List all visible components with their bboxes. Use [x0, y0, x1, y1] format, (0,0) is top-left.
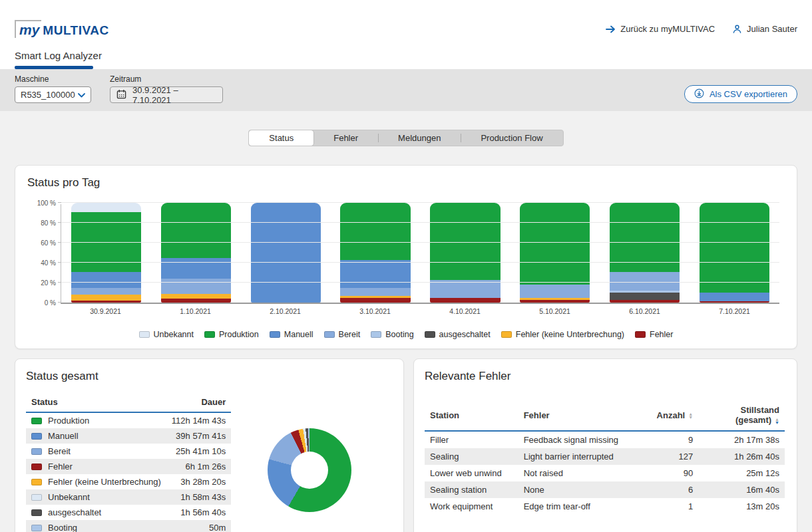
bar-segment-Manuell: [71, 272, 141, 288]
stacked-bar-7.10.2021[interactable]: [700, 203, 769, 303]
legend-label: Unbekannt: [154, 330, 194, 339]
status-swatch: [31, 479, 42, 485]
error-row: Lower web unwindNot raised9025m 12s: [425, 465, 785, 481]
sort-icons: ▲▼: [688, 412, 693, 419]
error-count: 1: [648, 498, 698, 515]
bar-segment-FehlerKU: [161, 294, 231, 299]
status-swatch: [31, 464, 42, 470]
gridline: [61, 262, 779, 263]
legend-item-ausgeschaltet: ausgeschaltet: [425, 330, 491, 339]
status-duration: 39h 57m 41s: [166, 428, 231, 444]
error-text: Edge trim tear-off: [518, 498, 648, 515]
relevant-errors-card: Relevante Fehler Station Fehler Anzahl▲▼…: [413, 358, 797, 532]
status-duration: 3h 28m 20s: [166, 474, 231, 489]
tab-production-flow[interactable]: Production Flow: [461, 130, 562, 146]
bars-row: [61, 204, 779, 303]
status-swatch: [31, 448, 42, 455]
stacked-bar-30.9.2021[interactable]: [71, 203, 141, 303]
error-col-header[interactable]: Fehler: [518, 402, 648, 431]
error-count: 9: [648, 431, 698, 448]
legend-swatch: [204, 331, 215, 338]
tab-status[interactable]: Status: [249, 130, 313, 146]
bar-segment-Manuell: [340, 260, 410, 288]
error-row: Work equipmentEdge trim tear-off113m 20s: [425, 498, 785, 515]
status-label: Fehler: [48, 462, 73, 471]
bar-segment-Produktion: [161, 203, 231, 258]
page-header: my MULTIVAC Zurück zu myMULTIVAC Julian …: [0, 0, 812, 69]
bar-segment-Fehler: [430, 298, 500, 303]
chart-legend: UnbekanntProduktionManuellBereitBootinga…: [27, 330, 785, 339]
legend-swatch: [501, 331, 512, 338]
status-duration: 50m: [166, 520, 231, 532]
user-menu[interactable]: Julian Sauter: [732, 24, 797, 34]
stacked-bar-3.10.2021[interactable]: [340, 203, 410, 303]
y-tick-label: 20 %: [41, 279, 56, 287]
back-to-mymultivac-link[interactable]: Zurück zu myMULTIVAC: [606, 24, 715, 34]
error-text: Not raised: [518, 465, 648, 481]
bar-segment-Bereit: [340, 288, 410, 296]
x-axis-labels: 30.9.20211.10.20212.10.20213.10.20214.10…: [61, 307, 779, 315]
stacked-bar-4.10.2021[interactable]: [430, 203, 500, 303]
bar-segment-Fehler: [700, 301, 769, 303]
downtime-col-header[interactable]: Stillstand (gesamt)▲▼: [698, 402, 785, 431]
legend-label: Booting: [385, 330, 413, 339]
stacked-bar-2.10.2021[interactable]: [251, 203, 321, 303]
bar-segment-FehlerKU: [71, 295, 141, 301]
error-count: 127: [648, 448, 698, 465]
legend-label: Fehler: [650, 330, 673, 339]
download-icon: [694, 88, 704, 100]
legend-swatch: [139, 331, 150, 338]
back-link-label: Zurück zu myMULTIVAC: [620, 24, 715, 34]
status-total-tbody: Produktion112h 14m 43sManuell39h 57m 41s…: [26, 412, 231, 532]
user-name: Julian Sauter: [747, 24, 797, 34]
bar-segment-Unbekannt: [71, 203, 141, 212]
bar-segment-ausgeschaltet: [610, 293, 680, 300]
period-picker[interactable]: 30.9.2021 – 7.10.2021: [110, 86, 223, 103]
error-text: Light barrier interrupted: [518, 448, 648, 465]
legend-swatch: [635, 331, 646, 338]
stacked-bar-5.10.2021[interactable]: [520, 203, 590, 303]
error-station: Work equipment: [425, 498, 518, 515]
legend-item-Booting: Booting: [371, 330, 413, 339]
y-tick-label: 80 %: [41, 219, 56, 227]
bar-segment-Fehler: [610, 300, 680, 303]
error-text: None: [518, 481, 648, 498]
main-content: StatusFehlerMeldungenProduction Flow Sta…: [0, 111, 812, 532]
machine-select[interactable]: R535_100000: [15, 86, 91, 103]
station-col-header[interactable]: Station: [425, 402, 518, 431]
status-total-card: Status gesamt Status Dauer Produktion112…: [15, 358, 404, 532]
bar-slot: [151, 204, 241, 303]
bar-segment-Fehler: [520, 300, 590, 303]
active-tab-indicator: [15, 66, 93, 69]
error-count: 90: [648, 465, 698, 481]
status-row-Booting: Booting50m: [26, 520, 231, 532]
mymultivac-logo: my MULTIVAC: [15, 20, 109, 38]
stacked-bar-6.10.2021[interactable]: [610, 203, 680, 303]
status-duration: 1h 56m 40s: [166, 505, 231, 520]
tab-fehler[interactable]: Fehler: [313, 130, 378, 146]
y-tick-label: 60 %: [41, 239, 56, 247]
app-tab-smart-log-analyzer[interactable]: Smart Log Analyzer: [15, 50, 102, 69]
stacked-bar-1.10.2021[interactable]: [161, 203, 231, 303]
view-tabs: StatusFehlerMeldungenProduction Flow: [248, 130, 563, 146]
gridline: [61, 202, 779, 203]
y-tick: [58, 242, 61, 243]
legend-item-Bereit: Bereit: [324, 330, 361, 339]
error-downtime: 25m 12s: [698, 465, 785, 481]
gridline: [61, 282, 779, 283]
status-swatch: [31, 418, 42, 424]
status-row-Manuell: Manuell39h 57m 41s: [26, 428, 231, 444]
error-downtime: 16m 40s: [698, 481, 785, 498]
status-swatch: [31, 433, 42, 440]
relevant-errors-title: Relevante Fehler: [425, 370, 785, 383]
tab-meldungen[interactable]: Meldungen: [378, 130, 461, 146]
period-value: 30.9.2021 – 7.10.2021: [132, 85, 216, 105]
x-tick-label: 2.10.2021: [240, 307, 330, 315]
chevron-down-icon: [78, 91, 85, 99]
bar-plot: 0 %20 %40 %60 %80 %100 %: [61, 204, 779, 304]
export-csv-button[interactable]: Als CSV exportieren: [684, 85, 797, 103]
y-tick: [58, 202, 61, 203]
y-tick: [58, 262, 61, 263]
period-label: Zeitraum: [110, 74, 223, 84]
count-col-header[interactable]: Anzahl▲▼: [648, 402, 698, 431]
